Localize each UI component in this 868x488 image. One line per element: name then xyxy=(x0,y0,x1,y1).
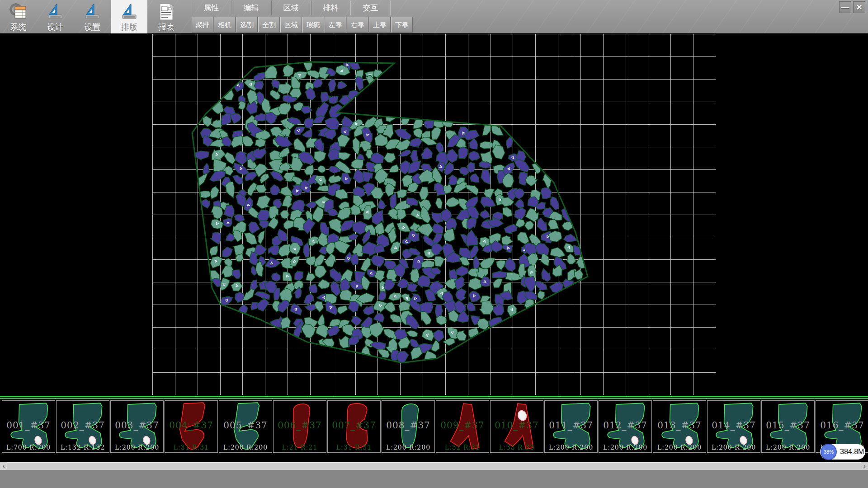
tool-button-10[interactable]: 下靠 xyxy=(391,17,413,33)
piece-count-label: L:200 R:200 xyxy=(599,444,651,451)
nav-button-label: 报表 xyxy=(158,22,175,33)
nav-button-label: 设计 xyxy=(47,22,63,33)
menu-tab-3[interactable]: 区域 xyxy=(271,0,311,15)
thumbnail-strip-separator-2 xyxy=(0,398,868,399)
piece-count-label: L:200 R:200 xyxy=(762,444,814,451)
tool-button-7[interactable]: 左靠 xyxy=(325,17,346,33)
piece-name-label: 005_#37 xyxy=(219,420,272,431)
thumbnail-strip-separator xyxy=(0,396,868,397)
piece-thumbnail-006_#37[interactable]: 006_#37L:21 R:21 xyxy=(273,400,326,453)
menu-tab-4[interactable]: 排料 xyxy=(311,0,351,15)
piece-count-label: L:200 R:200 xyxy=(111,444,163,451)
piece-name-label: 006_#37 xyxy=(274,420,326,431)
piece-count-label: L:32 R:31 xyxy=(436,444,489,451)
piece-count-label: L:31 R:31 xyxy=(165,444,217,451)
nav-button-5[interactable]: 报表 xyxy=(148,0,184,33)
nav-button-label: 系统 xyxy=(10,22,26,33)
piece-count-label: L:21 R:21 xyxy=(274,444,326,451)
piece-thumbnail-014_#37[interactable]: 014_#37L:200 R:200 xyxy=(707,400,760,453)
piece-count-label: L:132 R:132 xyxy=(57,444,109,451)
percent-indicator: 38% xyxy=(821,444,837,460)
piece-name-label: 011_#37 xyxy=(545,420,597,431)
nav-button-3[interactable]: 设置 xyxy=(74,0,110,33)
piece-thumbnail-002_#37[interactable]: 002_#37L:132 R:132 xyxy=(56,400,109,453)
piece-thumbnail-007_#37[interactable]: 007_#37L:31 R:31 xyxy=(327,400,381,453)
piece-count-label: L:31 R:31 xyxy=(328,444,380,451)
tool-button-6[interactable]: 瑕疵 xyxy=(302,17,324,33)
piece-name-label: 016_#37 xyxy=(816,420,868,431)
piece-thumbnail-012_#37[interactable]: 012_#37L:200 R:200 xyxy=(599,400,652,453)
piece-thumbnail-005_#37[interactable]: 005_#37L:200 R:200 xyxy=(219,400,272,453)
piece-thumbnail-011_#37[interactable]: 011_#37L:200 R:200 xyxy=(544,400,598,453)
memory-status-badge: 38% 384.8M xyxy=(820,444,865,460)
memory-size-label: 384.8M xyxy=(840,444,864,460)
close-button[interactable]: ✕ xyxy=(853,1,865,13)
piece-count-label: L:200 R:200 xyxy=(382,444,434,451)
tool-button-8[interactable]: 右靠 xyxy=(347,17,368,33)
horizontal-scrollbar[interactable] xyxy=(0,462,868,470)
tool-button-1[interactable]: 聚排 xyxy=(192,17,213,33)
piece-name-label: 012_#37 xyxy=(599,420,651,431)
nav-button-label: 排版 xyxy=(121,22,137,33)
tool-button-5[interactable]: 区域 xyxy=(280,17,302,33)
piece-count-label: L:33 R:33 xyxy=(491,444,543,451)
gear-table-icon xyxy=(8,2,28,22)
piece-thumbnail-003_#37[interactable]: 003_#37L:200 R:200 xyxy=(110,400,164,453)
piece-name-label: 010_#37 xyxy=(491,420,543,431)
piece-name-label: 002_#37 xyxy=(57,420,109,431)
piece-name-label: 007_#37 xyxy=(328,420,380,431)
piece-thumbnail-strip: 001_#37L:700 R:700002_#37L:132 R:132003_… xyxy=(2,400,868,453)
menu-tab-5[interactable]: 交互 xyxy=(351,0,391,15)
scroll-left-arrow[interactable]: ‹ xyxy=(0,462,7,470)
menu-tab-1[interactable]: 属性 xyxy=(192,0,231,15)
tool-button-9[interactable]: 上靠 xyxy=(369,17,391,33)
piece-thumbnail-015_#37[interactable]: 015_#37L:200 R:200 xyxy=(761,400,815,453)
nesting-canvas[interactable] xyxy=(152,34,716,395)
tool-button-3[interactable]: 选割 xyxy=(236,17,258,33)
tool-button-4[interactable]: 全割 xyxy=(258,17,280,33)
piece-count-label: L:700 R:700 xyxy=(2,444,55,451)
piece-name-label: 003_#37 xyxy=(111,420,163,431)
piece-name-label: 013_#37 xyxy=(653,420,706,431)
nav-button-2[interactable]: 设计 xyxy=(37,0,73,33)
tool-button-row: 聚排相机选割全割区域瑕疵左靠右靠上靠下靠 xyxy=(192,17,413,33)
piece-count-label: L:200 R:200 xyxy=(708,444,760,451)
nav-button-4[interactable]: 排版 xyxy=(111,0,147,33)
piece-name-label: 014_#37 xyxy=(708,420,760,431)
bottom-status-band xyxy=(0,470,868,488)
nav-button-1[interactable]: 系统 xyxy=(0,0,36,33)
piece-thumbnail-008_#37[interactable]: 008_#37L:200 R:200 xyxy=(382,400,435,453)
piece-thumbnail-010_#37[interactable]: 010_#37L:33 R:33 xyxy=(490,400,543,453)
piece-name-label: 008_#37 xyxy=(382,420,434,431)
piece-thumbnail-009_#37[interactable]: 009_#37L:32 R:31 xyxy=(436,400,489,453)
piece-thumbnail-013_#37[interactable]: 013_#37L:200 R:200 xyxy=(653,400,706,453)
piece-thumbnail-001_#37[interactable]: 001_#37L:700 R:700 xyxy=(2,400,55,453)
piece-thumbnail-004_#37[interactable]: 004_#37L:31 R:31 xyxy=(165,400,218,453)
piece-name-label: 004_#37 xyxy=(165,420,217,431)
menu-tab-2[interactable]: 编辑 xyxy=(231,0,271,15)
scroll-right-arrow[interactable]: › xyxy=(861,462,868,470)
piece-count-label: L:200 R:200 xyxy=(653,444,706,451)
ruler-laptop-icon xyxy=(82,2,102,22)
ruler-laptop-icon xyxy=(119,2,139,22)
tool-button-2[interactable]: 相机 xyxy=(214,17,236,33)
piece-name-label: 015_#37 xyxy=(762,420,814,431)
nav-button-label: 设置 xyxy=(84,22,100,33)
piece-name-label: 001_#37 xyxy=(2,420,55,431)
ruler-laptop-icon xyxy=(45,2,65,22)
piece-count-label: L:200 R:200 xyxy=(545,444,597,451)
menu-tab-row: 属性编辑区域排料交互 xyxy=(192,0,391,15)
piece-count-label: L:200 R:200 xyxy=(219,444,272,451)
minimize-button[interactable]: — xyxy=(839,1,851,13)
piece-name-label: 009_#37 xyxy=(436,420,489,431)
report-doc-icon xyxy=(156,2,176,22)
